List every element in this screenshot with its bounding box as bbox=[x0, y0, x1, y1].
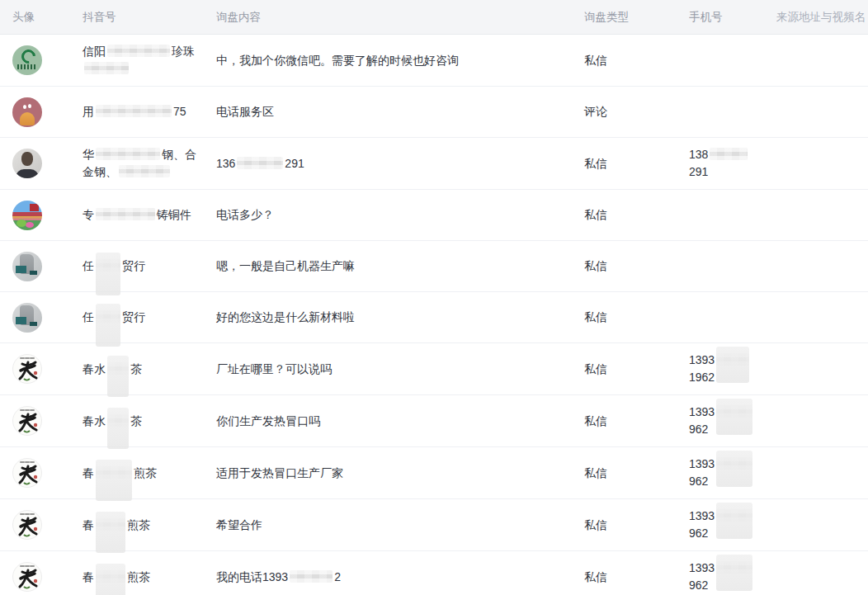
text-segment: 钢、合 bbox=[162, 148, 196, 161]
cell-inquiry-content: 电话服务区 bbox=[216, 95, 584, 129]
avatar-gray-product-photo bbox=[12, 303, 42, 333]
column-header-phone-number: 手机号 bbox=[689, 10, 776, 25]
column-header-source: 来源地址与视频名 bbox=[776, 10, 868, 25]
text-segment: 金钢、 bbox=[83, 165, 117, 178]
text-segment: 291 bbox=[689, 165, 708, 178]
text-segment: 任 bbox=[83, 259, 94, 272]
text-segment: 1393 bbox=[689, 509, 715, 522]
text-segment: 贸行 bbox=[122, 259, 145, 272]
cell-inquiry-content: 你们生产发热冒口吗 bbox=[216, 404, 584, 438]
text-segment: 茶 bbox=[130, 362, 142, 375]
redacted-text bbox=[107, 414, 129, 427]
cell-source bbox=[776, 413, 868, 429]
avatar-tea-calligraphy-logo bbox=[12, 562, 42, 592]
text-segment: 春 bbox=[83, 518, 94, 531]
text-segment: 用 bbox=[83, 105, 94, 118]
text-segment: 你们生产发热冒口吗 bbox=[216, 414, 320, 427]
cell-inquiry-type: 私信 bbox=[584, 456, 689, 490]
table-row: 华钢、合金钢、 136291 私信 138291 bbox=[0, 138, 868, 190]
cell-inquiry-content: 136291 bbox=[216, 147, 584, 181]
text-segment: 962 bbox=[689, 423, 708, 436]
text-segment: 厂址在哪里？可以说吗 bbox=[216, 362, 332, 375]
avatar-colorful-factory-photo bbox=[12, 201, 42, 230]
cell-douyin-id: 专铸铜件 bbox=[83, 198, 216, 232]
table-row: 任贸行 嗯，一般是自己机器生产嘛 私信 bbox=[0, 241, 868, 292]
cell-inquiry-content: 好的您这边是什么新材料啦 bbox=[216, 300, 584, 334]
redacted-text bbox=[716, 405, 752, 418]
avatar-tea-calligraphy-logo bbox=[12, 354, 42, 384]
cell-phone-number bbox=[689, 207, 776, 224]
cell-inquiry-type: 私信 bbox=[584, 44, 689, 78]
avatar-tea-calligraphy-logo bbox=[12, 458, 42, 488]
cell-source bbox=[776, 569, 868, 585]
cell-douyin-id: 春煎茶 bbox=[83, 560, 216, 594]
tea-calligraphy-icon bbox=[12, 354, 42, 384]
tea-calligraphy-icon bbox=[12, 458, 42, 488]
redacted-text bbox=[84, 62, 129, 74]
avatar-tea-calligraphy-logo bbox=[12, 406, 42, 436]
table-row: 春水茶 厂址在哪里？可以说吗 私信 13931962 bbox=[0, 343, 868, 395]
cell-phone-number bbox=[689, 258, 776, 275]
redacted-text bbox=[716, 353, 749, 366]
text-segment: 138 bbox=[689, 148, 708, 161]
cell-avatar bbox=[0, 450, 83, 496]
cell-inquiry-content: 电话多少？ bbox=[216, 198, 584, 232]
text-segment: 春 bbox=[83, 570, 94, 583]
cell-avatar bbox=[0, 37, 83, 83]
redacted-text bbox=[290, 570, 333, 583]
cell-douyin-id: 用75 bbox=[83, 95, 216, 129]
cell-source bbox=[776, 517, 868, 533]
tea-calligraphy-icon bbox=[12, 562, 42, 592]
text-segment: 煎茶 bbox=[134, 466, 157, 479]
cell-avatar bbox=[0, 89, 83, 135]
cell-douyin-id: 信阳珍珠 bbox=[83, 35, 216, 86]
column-header-inquiry-type: 询盘类型 bbox=[584, 10, 689, 25]
avatar-gray-product-photo bbox=[12, 252, 42, 281]
text-segment: 136 bbox=[216, 157, 235, 170]
cell-douyin-id: 春煎茶 bbox=[83, 508, 216, 542]
cell-douyin-id: 春水茶 bbox=[83, 352, 216, 386]
cell-source bbox=[776, 465, 868, 481]
redacted-text bbox=[96, 518, 125, 531]
redacted-text bbox=[96, 310, 120, 323]
cell-avatar bbox=[0, 554, 83, 595]
redacted-text bbox=[716, 561, 752, 574]
text-segment: 珍珠 bbox=[172, 45, 195, 58]
cell-phone-number bbox=[689, 52, 776, 68]
text-segment: 煎茶 bbox=[127, 570, 150, 583]
redacted-text bbox=[237, 157, 283, 169]
redacted-text bbox=[96, 259, 120, 272]
cell-phone-number bbox=[689, 104, 776, 120]
column-header-avatar: 头像 bbox=[0, 10, 83, 25]
text-segment: 962 bbox=[689, 578, 708, 592]
cell-phone-number: 1393962 bbox=[689, 447, 776, 498]
cell-source bbox=[776, 207, 868, 224]
cell-inquiry-content: 我的电话13932 bbox=[216, 560, 584, 594]
table-header-row: 头像 抖音号 询盘内容 询盘类型 手机号 来源地址与视频名 bbox=[0, 0, 868, 35]
text-segment: 好的您这边是什么新材料啦 bbox=[216, 310, 355, 323]
text-segment: 煎茶 bbox=[127, 518, 150, 531]
cell-avatar bbox=[0, 295, 83, 341]
inquiry-table[interactable]: 头像 抖音号 询盘内容 询盘类型 手机号 来源地址与视频名 信阳珍珠 中，我加个… bbox=[0, 0, 868, 595]
redacted-text bbox=[96, 570, 125, 583]
text-segment: 电话服务区 bbox=[216, 105, 274, 118]
text-segment: 1962 bbox=[689, 371, 715, 384]
text-segment: 1393 bbox=[689, 353, 715, 366]
cell-phone-number: 1393962 bbox=[689, 499, 776, 550]
cell-inquiry-type: 私信 bbox=[584, 508, 689, 542]
column-header-inquiry-content: 询盘内容 bbox=[216, 10, 584, 25]
text-segment: 1393 bbox=[689, 561, 715, 574]
redacted-text bbox=[96, 105, 172, 117]
tea-calligraphy-icon bbox=[12, 406, 42, 436]
redacted-text bbox=[107, 45, 170, 57]
cell-source bbox=[776, 52, 868, 68]
redacted-text bbox=[119, 165, 170, 177]
redacted-text bbox=[716, 509, 752, 522]
table-row: 任贸行 好的您这边是什么新材料啦 私信 bbox=[0, 292, 868, 343]
cell-inquiry-content: 适用于发热冒口生产厂家 bbox=[216, 456, 584, 490]
text-segment: 1393 bbox=[689, 457, 715, 470]
text-segment: 任 bbox=[83, 310, 94, 323]
table-row: 专铸铜件 电话多少？ 私信 bbox=[0, 190, 868, 241]
redacted-text bbox=[96, 208, 155, 220]
cell-phone-number: 138291 bbox=[689, 138, 776, 189]
